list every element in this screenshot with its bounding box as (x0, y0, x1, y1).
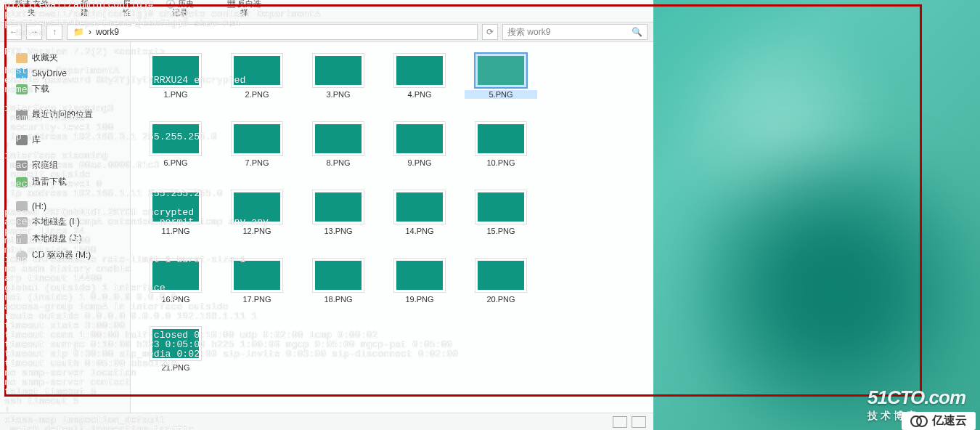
sidebar-item-label: 最近访问的位置 (32, 108, 93, 121)
ribbon-label: 反向选择 (237, 0, 261, 17)
library-icon (16, 135, 28, 145)
file-label: 7.PNG (221, 158, 293, 167)
file-item[interactable]: 17.PNG (221, 259, 293, 317)
file-thumbnail (313, 190, 364, 224)
file-item[interactable]: 9.PNG (383, 122, 456, 180)
disk-icon (16, 217, 28, 227)
file-item[interactable]: 13.PNG (302, 190, 375, 248)
search-icon: 🔍 (632, 27, 642, 37)
sidebar-item-label: 本地磁盘 (J:) (32, 232, 82, 245)
home-icon (16, 161, 28, 171)
breadcrumb[interactable]: 📁 › work9 (67, 24, 478, 40)
file-thumbnail (313, 122, 364, 155)
file-label: 17.PNG (221, 295, 293, 304)
view-thumbnails-button[interactable] (632, 416, 646, 428)
star-icon (16, 53, 28, 63)
file-thumbnail (313, 54, 364, 87)
sidebar-item-disk-i[interactable]: 本地磁盘 (I:) (6, 214, 124, 230)
file-thumbnail (232, 259, 282, 292)
file-item[interactable]: 11.PNG (139, 190, 212, 248)
search-input[interactable]: 搜索 work9 🔍 (502, 24, 648, 40)
file-item[interactable]: 6.PNG (139, 122, 212, 180)
navigation-pane: 收藏夹 SkyDrive 下载 最近访问的位置 库 家庭组 迅雷下载 (H:) … (0, 42, 131, 413)
file-item[interactable]: 19.PNG (383, 259, 456, 317)
sidebar-item-label: (H:) (32, 201, 46, 211)
search-placeholder: 搜索 work9 (507, 26, 550, 38)
sidebar-item-label: 迅雷下载 (32, 176, 67, 188)
file-item[interactable]: 3.PNG (302, 54, 375, 112)
sidebar-item-disk-j[interactable]: 本地磁盘 (J:) (6, 230, 124, 247)
file-thumbnail (313, 259, 364, 292)
folder-icon: 📁 (73, 27, 84, 37)
file-grid[interactable]: 1.PNG2.PNG3.PNG4.PNG5.PNG6.PNG7.PNG8.PNG… (131, 42, 653, 413)
back-button[interactable]: ← (6, 24, 22, 40)
explorer-body: 收藏夹 SkyDrive 下载 最近访问的位置 库 家庭组 迅雷下载 (H:) … (0, 42, 653, 413)
sidebar-item-homegroup[interactable]: 家庭组 (6, 157, 124, 174)
sidebar-item-libraries[interactable]: 库 (6, 131, 124, 148)
file-item[interactable]: 20.PNG (465, 259, 537, 317)
file-label: 12.PNG (221, 227, 293, 235)
file-thumbnail (394, 190, 445, 224)
file-item[interactable]: 2.PNG (221, 54, 293, 112)
status-bar (0, 413, 653, 430)
file-item[interactable]: 16.PNG (139, 259, 212, 317)
sidebar-item-label: 库 (32, 134, 41, 146)
file-thumbnail (394, 54, 445, 87)
file-label: 16.PNG (139, 295, 212, 304)
sidebar-item-label: 收藏夹 (32, 52, 58, 64)
forward-button[interactable]: → (26, 24, 42, 40)
file-item[interactable]: 5.PNG (465, 54, 537, 112)
file-item[interactable]: 7.PNG (221, 122, 293, 180)
history-icon: 🕘 (166, 0, 176, 8)
disk-icon (16, 234, 28, 244)
invert-icon: ▦ (227, 0, 235, 8)
ribbon-new-folder[interactable]: 新建 文件夹 (15, 0, 49, 17)
file-label: 8.PNG (302, 158, 375, 167)
view-details-button[interactable] (613, 416, 627, 428)
file-thumbnail (475, 259, 526, 292)
file-label: 20.PNG (465, 295, 537, 304)
clock-icon (16, 110, 28, 120)
file-thumbnail (475, 54, 526, 87)
file-item[interactable]: 4.PNG (383, 54, 456, 112)
sidebar-item-label: SkyDrive (32, 68, 67, 78)
sidebar-item-recent[interactable]: 最近访问的位置 (6, 106, 124, 123)
file-item[interactable]: 18.PNG (302, 259, 375, 317)
sidebar-item-disk-h[interactable]: (H:) (6, 199, 124, 214)
file-explorer-window: 新建 文件夹 新建 属性 🕘 历史记录 ▦ 反向选择 ← → ↑ 📁 › wor… (0, 0, 653, 430)
address-bar: ← → ↑ 📁 › work9 ⟳ 搜索 work9 🔍 (0, 22, 653, 42)
file-label: 19.PNG (383, 295, 456, 304)
file-item[interactable]: 1.PNG (139, 54, 212, 112)
ribbon-open-history[interactable]: 🕘 历史记录 (162, 0, 198, 17)
file-label: 13.PNG (302, 227, 375, 235)
file-thumbnail (150, 54, 201, 87)
file-thumbnail (150, 259, 201, 292)
refresh-button[interactable]: ⟳ (482, 24, 498, 40)
chevron-right-icon: › (89, 27, 91, 37)
file-item[interactable]: 10.PNG (465, 122, 537, 180)
cd-icon (16, 251, 28, 261)
file-item[interactable]: 15.PNG (465, 190, 537, 248)
file-thumbnail (475, 122, 526, 155)
sidebar-item-cd-m[interactable]: CD 驱动器 (M:) (6, 247, 124, 264)
sidebar-item-xunlei[interactable]: 迅雷下载 (6, 174, 124, 190)
path-folder: work9 (96, 27, 119, 37)
file-item[interactable]: 14.PNG (383, 190, 456, 248)
ribbon-label: 属性 (123, 0, 131, 17)
sidebar-item-downloads[interactable]: 下载 (6, 81, 124, 97)
file-item[interactable]: 21.PNG (139, 327, 212, 385)
ribbon-invert-selection[interactable]: ▦ 反向选择 (227, 0, 261, 17)
file-label: 15.PNG (465, 227, 537, 235)
cloud-icon (16, 68, 28, 78)
ribbon-new[interactable]: 新建 (78, 0, 91, 17)
sidebar-item-skydrive[interactable]: SkyDrive (6, 66, 124, 81)
file-item[interactable]: 12.PNG (221, 190, 293, 248)
file-item[interactable]: 8.PNG (302, 122, 375, 180)
file-thumbnail (475, 190, 526, 224)
sidebar-item-favorites[interactable]: 收藏夹 (6, 49, 124, 66)
up-button[interactable]: ↑ (46, 24, 62, 40)
file-thumbnail (150, 122, 201, 155)
ribbon-properties[interactable]: 属性 (120, 0, 133, 17)
file-thumbnail (232, 190, 282, 224)
file-label: 5.PNG (465, 90, 537, 99)
